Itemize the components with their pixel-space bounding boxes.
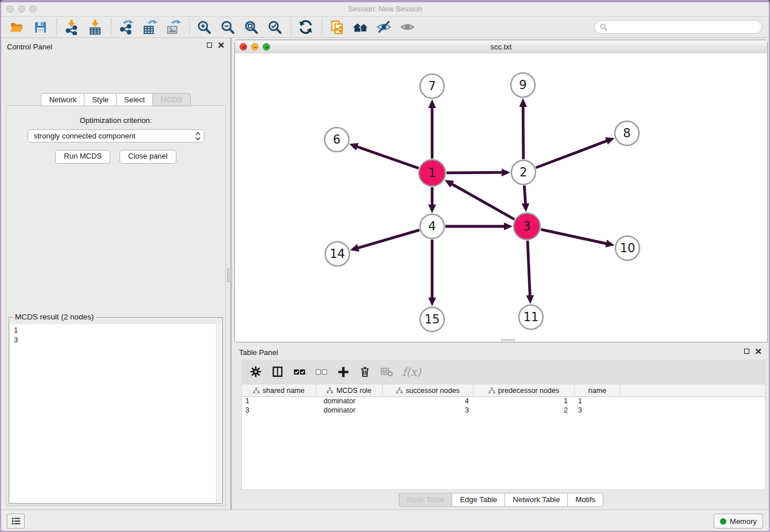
add-column-icon[interactable] [336, 364, 351, 379]
zoom-fit-icon[interactable] [242, 18, 260, 36]
toolbar-separator [56, 19, 57, 35]
table-cell[interactable]: dominator [316, 406, 383, 415]
graph-node-1[interactable]: 1 [419, 160, 445, 186]
settings-gear-icon[interactable] [248, 364, 263, 379]
graph-node-8[interactable]: 8 [615, 121, 639, 145]
maximize-view-button[interactable] [263, 43, 270, 51]
memory-button[interactable]: Memory [714, 514, 763, 529]
import-table-icon[interactable] [86, 18, 103, 36]
graph-edge-2-9[interactable] [523, 105, 523, 159]
criterion-dropdown[interactable]: strongly connected component [28, 129, 205, 142]
mcds-result-list[interactable]: 1 3 [10, 324, 222, 503]
graph-edge-2-3[interactable] [524, 186, 525, 205]
toolbar-separator [291, 19, 291, 35]
graph-edge-4-14[interactable] [357, 230, 419, 248]
import-network-icon[interactable] [63, 18, 80, 36]
graph-node-11[interactable]: 11 [519, 305, 543, 329]
table-cell[interactable]: 2 [473, 406, 575, 415]
open-folder-icon[interactable] [8, 18, 25, 36]
graph-edge-3-1[interactable] [451, 183, 514, 219]
function-builder-icon: f(x) [402, 365, 421, 378]
graph-node-3[interactable]: 3 [514, 213, 540, 240]
tab-mcds[interactable]: MCDS [152, 93, 190, 106]
table-cell[interactable]: 1 [575, 397, 621, 406]
graph-node-9[interactable]: 9 [511, 73, 535, 97]
table-cell[interactable]: dominator [316, 397, 383, 406]
close-panel-icon[interactable]: ✕ [217, 43, 225, 48]
float-panel-icon[interactable] [207, 43, 212, 48]
tab-node-table[interactable]: Node Table [399, 493, 452, 507]
deselect-all-icon[interactable] [314, 364, 329, 379]
table-row[interactable]: 1dominator411 [242, 397, 765, 406]
status-bar: Memory [1, 510, 769, 531]
float-table-panel-icon[interactable] [744, 349, 749, 354]
graph-edge-1-2[interactable] [446, 172, 503, 173]
main-toolbar [1, 17, 769, 38]
tab-network-table[interactable]: Network Table [505, 493, 567, 507]
zoom-in-icon[interactable] [195, 18, 213, 36]
graph-node-6[interactable]: 6 [325, 128, 349, 152]
graph-node-2[interactable]: 2 [511, 160, 536, 184]
view-eye-icon[interactable] [399, 18, 416, 36]
graph-edge-1-6[interactable] [356, 147, 418, 168]
close-view-button[interactable] [240, 43, 247, 51]
graph-node-14[interactable]: 14 [325, 242, 349, 266]
refresh-layout-icon[interactable] [297, 18, 314, 36]
tab-select[interactable]: Select [116, 93, 152, 106]
table-cell[interactable]: 4 [383, 397, 473, 406]
tab-network[interactable]: Network [41, 93, 84, 106]
tab-style[interactable]: Style [84, 93, 116, 106]
graph-edge-2-8[interactable] [536, 140, 609, 168]
graph-edge-arrowhead [522, 203, 530, 212]
zoom-selected-icon[interactable] [266, 18, 283, 36]
export-image-icon[interactable] [164, 18, 182, 36]
tab-motifs[interactable]: Motifs [567, 493, 603, 507]
column-header-name[interactable]: name [575, 384, 621, 396]
mcds-result-title: MCDS result (2 nodes) [13, 313, 96, 321]
network-canvas[interactable]: 7968124314101511 [235, 53, 767, 342]
result-scrollbar[interactable] [216, 324, 222, 503]
column-header-MCDS-role[interactable]: MCDS role [316, 384, 383, 396]
export-table-icon[interactable] [141, 18, 158, 36]
show-hide-panel-icon[interactable] [375, 18, 392, 36]
network-graph[interactable]: 7968124314101511 [235, 53, 767, 342]
graph-node-10[interactable]: 10 [615, 236, 640, 260]
table-cell[interactable]: 1 [242, 397, 316, 406]
delete-column-icon[interactable] [357, 364, 372, 379]
table-cell[interactable]: 3 [242, 406, 316, 415]
minimize-view-button[interactable] [251, 43, 259, 51]
close-table-panel-icon[interactable]: ✕ [754, 349, 762, 354]
select-all-icon[interactable] [292, 364, 307, 379]
column-header-predecessor-nodes[interactable]: predecessor nodes [473, 384, 575, 396]
graph-edge-3-11[interactable] [528, 241, 530, 297]
graph-edge-arrowhead [526, 295, 534, 304]
mcds-tab-content: Optimization criterion: strongly connect… [6, 105, 226, 506]
svg-text:11: 11 [523, 310, 539, 324]
search-input[interactable] [608, 22, 754, 32]
column-header-shared-name[interactable]: shared name [242, 384, 316, 396]
save-icon[interactable] [32, 18, 49, 36]
search-field[interactable] [594, 20, 762, 34]
close-panel-button[interactable]: Close panel [120, 150, 176, 164]
zoom-out-icon[interactable] [219, 18, 236, 36]
graph-node-15[interactable]: 15 [420, 307, 444, 331]
graph-node-7[interactable]: 7 [420, 74, 444, 98]
table-cell[interactable]: 1 [473, 397, 575, 406]
export-network-icon[interactable] [117, 18, 134, 36]
tab-edge-table[interactable]: Edge Table [452, 493, 505, 507]
horizontal-splitter-grip[interactable] [501, 339, 515, 343]
graph-edge-arrowhead [428, 205, 436, 213]
table-cell[interactable]: 3 [575, 406, 621, 415]
column-header-successor-nodes[interactable]: successor nodes [383, 384, 473, 396]
node-table[interactable]: shared nameMCDS rolesuccessor nodesprede… [241, 384, 765, 490]
run-mcds-button[interactable]: Run MCDS [55, 150, 110, 164]
table-row[interactable]: 3dominator323 [242, 406, 765, 415]
tree-icon [326, 387, 333, 394]
columns-icon[interactable] [270, 364, 285, 379]
graph-edge-3-10[interactable] [541, 229, 607, 244]
table-cell[interactable]: 3 [383, 406, 473, 415]
graph-node-4[interactable]: 4 [420, 214, 444, 238]
home-view-icon[interactable] [352, 18, 369, 36]
clone-network-icon[interactable] [328, 18, 345, 36]
task-history-button[interactable] [7, 514, 25, 529]
